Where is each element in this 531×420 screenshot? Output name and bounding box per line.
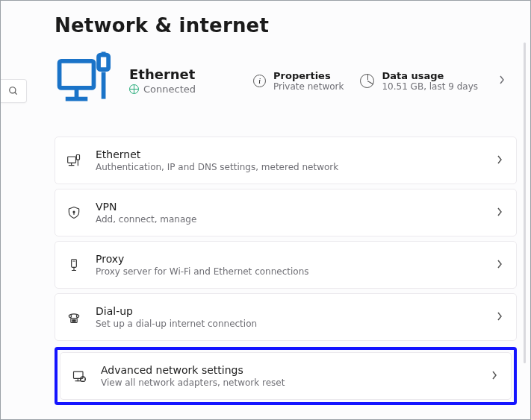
svg-rect-11	[76, 155, 79, 160]
chevron-right-icon	[491, 371, 497, 380]
properties-button[interactable]: i Properties Private network	[253, 70, 344, 92]
nav-item-title: Dial-up	[96, 305, 483, 317]
scrollbar[interactable]	[524, 43, 526, 363]
globe-icon	[129, 84, 139, 94]
nav-item-sub: Set up a dial-up internet connection	[96, 319, 483, 329]
chevron-right-icon	[497, 155, 503, 164]
svg-rect-6	[99, 55, 108, 70]
chevron-right-icon	[497, 207, 503, 216]
svg-point-21	[74, 320, 75, 321]
nav-item-chevron	[497, 259, 503, 271]
data-usage-label: Data usage	[382, 70, 478, 81]
settings-list: Ethernet Authentication, IP and DNS sett…	[55, 137, 517, 405]
svg-rect-8	[68, 157, 76, 163]
nav-item-chevron	[491, 370, 497, 382]
data-usage-sub: 10.51 GB, last 9 days	[382, 81, 478, 92]
ethernet-hero-icon	[55, 50, 116, 111]
properties-sub: Private network	[273, 81, 344, 92]
svg-point-20	[72, 320, 73, 321]
proxy-icon	[66, 257, 82, 272]
hero-overflow-button[interactable]	[494, 70, 509, 91]
connection-name: Ethernet	[129, 66, 196, 82]
nav-item-ethernet[interactable]: Ethernet Authentication, IP and DNS sett…	[55, 137, 517, 184]
svg-rect-2	[60, 61, 94, 88]
dialup-icon	[66, 310, 82, 325]
chevron-right-icon	[497, 312, 503, 321]
svg-line-1	[15, 93, 17, 95]
ethernet-icon	[66, 153, 82, 168]
pie-icon	[360, 74, 374, 88]
nav-item-sub: Proxy server for Wi-Fi and Ethernet conn…	[96, 266, 483, 277]
svg-point-24	[74, 321, 75, 322]
chevron-right-icon	[499, 75, 505, 84]
connection-status: Connected	[143, 84, 196, 95]
nav-item-sub: Add, connect, manage	[96, 214, 483, 225]
nav-item-sub: View all network adapters, network reset	[101, 377, 478, 388]
nav-item-proxy[interactable]: Proxy Proxy server for Wi-Fi and Etherne…	[55, 241, 517, 289]
svg-point-0	[10, 87, 16, 93]
settings-window: { "title": "Network & internet", "hero":…	[0, 0, 531, 420]
svg-point-25	[75, 321, 75, 322]
search-button[interactable]	[1, 79, 27, 103]
nav-item-chevron	[497, 311, 503, 323]
nav-item-vpn[interactable]: VPN Add, connect, manage	[55, 189, 517, 236]
nav-item-title: Advanced network settings	[101, 364, 478, 376]
nav-item-title: Ethernet	[96, 148, 483, 160]
nav-item-title: Proxy	[96, 253, 483, 265]
nav-item-chevron	[497, 207, 503, 219]
nav-item-sub: Authentication, IP and DNS settings, met…	[96, 162, 483, 172]
svg-point-23	[72, 321, 73, 322]
advanced-icon	[71, 369, 87, 383]
nav-item-dialup[interactable]: Dial-up Set up a dial-up internet connec…	[55, 293, 517, 341]
search-icon	[8, 86, 19, 96]
properties-label: Properties	[273, 70, 344, 81]
svg-point-22	[75, 320, 75, 321]
chevron-right-icon	[497, 260, 503, 269]
highlighted-item: Advanced network settings View all netwo…	[55, 347, 517, 405]
nav-item-advanced[interactable]: Advanced network settings View all netwo…	[60, 352, 512, 400]
connection-hero: Ethernet Connected i Properties Private …	[55, 50, 517, 111]
data-usage-button[interactable]: Data usage 10.51 GB, last 9 days	[360, 70, 478, 92]
page-title: Network & internet	[55, 14, 517, 37]
vpn-icon	[66, 205, 82, 220]
nav-item-title: VPN	[96, 201, 483, 213]
info-icon: i	[253, 75, 266, 87]
nav-item-chevron	[497, 154, 503, 166]
svg-rect-15	[72, 260, 77, 268]
